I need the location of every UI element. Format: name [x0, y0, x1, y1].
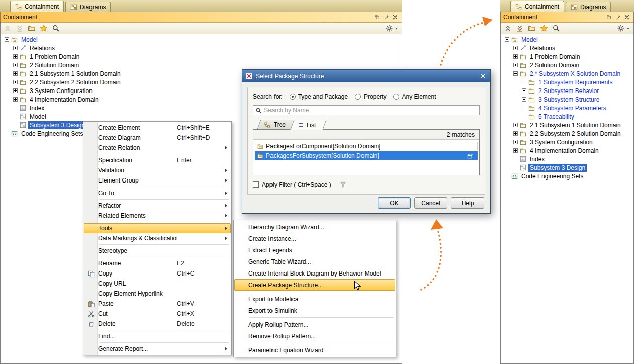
expand-toggle[interactable]	[505, 37, 509, 42]
apply-filter-checkbox[interactable]	[253, 181, 259, 188]
favorites-button[interactable]	[40, 24, 48, 32]
expand-toggle[interactable]	[13, 80, 18, 84]
menu-item-related-elements[interactable]: Related Elements	[84, 211, 231, 221]
menu-item-data-markings-classification[interactable]: Data Markings & Classification	[84, 233, 231, 243]
tree-item-4-implementation-domain[interactable]: 4 Implementation Domain	[501, 146, 633, 155]
menu-item-create-diagram[interactable]: Create DiagramCtrl+Shift+D	[84, 133, 231, 143]
radio-type-and-package[interactable]: Type and Package	[290, 93, 348, 100]
menu-item-hierarchy-diagram-wizard[interactable]: Hierarchy Diagram Wizard...	[234, 221, 395, 233]
radio-any-element[interactable]: Any Element	[393, 93, 436, 100]
result-row-packagesforcomponent[interactable]: PackagesForComponent[Solution Domain]	[255, 142, 478, 150]
menu-item-extract-legends[interactable]: Extract Legends	[234, 244, 395, 256]
tree-item-relations[interactable]: Relations	[1, 44, 402, 52]
expand-toggle[interactable]	[13, 97, 18, 102]
close-button[interactable]	[623, 13, 631, 21]
expand-toggle[interactable]	[522, 97, 526, 102]
menu-item-generate-report[interactable]: Generate Report...	[84, 344, 231, 354]
expand-toggle[interactable]	[522, 88, 526, 93]
dialog-close-button[interactable]	[478, 72, 487, 81]
tree-item-2-subsystem-behavior[interactable]: 2 Subsystem Behavior	[501, 86, 633, 95]
tree-item-relations[interactable]: Relations	[501, 44, 633, 52]
expand-toggle[interactable]	[513, 140, 518, 144]
expand-toggle[interactable]	[513, 71, 518, 76]
expand-toggle[interactable]	[513, 54, 518, 59]
menu-item-find[interactable]: Find...	[84, 331, 231, 341]
menu-item-export-to-simulink[interactable]: Export to Simulink	[234, 305, 395, 316]
search-button[interactable]	[52, 24, 60, 32]
tab-diagrams[interactable]: Diagrams	[65, 2, 111, 12]
expand-toggle[interactable]	[13, 63, 18, 67]
menu-item-delete[interactable]: DeleteDelete	[84, 319, 231, 329]
tree-item-model[interactable]: Model	[1, 35, 402, 44]
collapse-all-button[interactable]	[16, 24, 24, 32]
open-diagram-button[interactable]	[28, 24, 36, 32]
menu-item-paste[interactable]: PasteCtrl+V	[84, 299, 231, 309]
tree-item-2-1-subsystem-1-solution-domain[interactable]: 2.1 Subsystem 1 Solution Domain	[501, 121, 633, 129]
expand-toggle[interactable]	[5, 37, 9, 42]
menu-item-copy-element-hyperlink[interactable]: Copy Element Hyperlink	[84, 289, 231, 299]
tree-item-code-engineering-sets[interactable]: Code Engineering Sets	[501, 172, 633, 180]
tab-containment[interactable]: Containment	[510, 1, 564, 12]
tree-item-index[interactable]: Index	[501, 155, 633, 163]
expand-toggle[interactable]	[522, 80, 526, 84]
open-diagram-button[interactable]	[528, 24, 536, 32]
expand-toggle[interactable]	[522, 106, 526, 110]
collapse-selected-button[interactable]	[504, 24, 512, 32]
expand-toggle[interactable]	[513, 123, 518, 127]
menu-item-create-element[interactable]: Create ElementCtrl+Shift+E	[84, 123, 231, 133]
close-button[interactable]	[391, 13, 399, 21]
panel-options-button[interactable]	[385, 24, 399, 32]
tree-item-3-subsystem-structure[interactable]: 3 Subsystem Structure	[501, 95, 633, 104]
tree-item-2-subsystem-x-solution-domain[interactable]: 2.* Subsystem X Solution Domain	[501, 69, 633, 78]
tab-tree[interactable]: Tree	[257, 120, 296, 129]
ok-button[interactable]: OK	[378, 197, 411, 209]
float-button[interactable]	[373, 13, 381, 21]
tree-item-1-problem-domain[interactable]: 1 Problem Domain	[501, 52, 633, 61]
tree-item-4-subsystem-parameters[interactable]: 4 Subsystem Parameters	[501, 104, 633, 112]
menu-item-parametric-equation-wizard[interactable]: Parametric Equation Wizard	[234, 344, 395, 356]
menu-item-create-package-structure[interactable]: Create Package Structure...	[234, 279, 395, 291]
tree-item-5-traceability[interactable]: 5 Traceability	[501, 112, 633, 121]
search-input[interactable]	[264, 107, 477, 114]
menu-item-go-to[interactable]: Go To	[84, 188, 231, 198]
panel-options-button[interactable]	[617, 24, 630, 32]
menu-item-validation[interactable]: Validation	[84, 165, 231, 175]
menu-item-rename[interactable]: RenameF2	[84, 258, 231, 268]
menu-item-specification[interactable]: SpecificationEnter	[84, 155, 231, 165]
tab-diagrams[interactable]: Diagrams	[566, 2, 611, 12]
tab-list[interactable]: List	[291, 120, 327, 130]
menu-item-generic-table-wizard[interactable]: Generic Table Wizard...	[234, 256, 395, 267]
radio-property[interactable]: Property	[355, 93, 386, 100]
menu-item-create-internal-block-diagram-by-behavior-model[interactable]: Create Internal Block Diagram by Behavio…	[234, 267, 395, 279]
collapse-all-button[interactable]	[516, 24, 524, 32]
tree-item-1-problem-domain[interactable]: 1 Problem Domain	[1, 52, 402, 61]
expand-toggle[interactable]	[13, 88, 18, 93]
tab-containment[interactable]: Containment	[10, 1, 64, 12]
tree-item-3-system-configuration[interactable]: 3 System Configuration	[501, 138, 633, 146]
menu-item-remove-rollup-pattern[interactable]: Remove Rollup Pattern...	[234, 330, 395, 342]
pin-button[interactable]	[614, 13, 622, 21]
favorites-button[interactable]	[540, 24, 548, 32]
search-button[interactable]	[552, 24, 560, 32]
expand-toggle[interactable]	[13, 46, 18, 50]
collapse-selected-button[interactable]	[4, 24, 12, 32]
menu-item-stereotype[interactable]: Stereotype	[84, 246, 231, 256]
result-row-packagesforsubsystem[interactable]: PackagesForSubsystem[Solution Domain]	[255, 151, 478, 160]
menu-item-apply-rollup-pattern[interactable]: Apply Rollup Pattern...	[234, 319, 395, 330]
expand-toggle[interactable]	[13, 71, 18, 76]
tree-item-2-solution-domain[interactable]: 2 Solution Domain	[1, 61, 402, 69]
menu-item-element-group[interactable]: Element Group	[84, 175, 231, 186]
menu-item-export-to-modelica[interactable]: Export to Modelica	[234, 293, 395, 305]
help-button[interactable]: Help	[451, 197, 484, 209]
menu-item-create-instance[interactable]: Create Instance...	[234, 233, 395, 244]
menu-item-cut[interactable]: CutCtrl+X	[84, 309, 231, 319]
cancel-button[interactable]: Cancel	[414, 197, 447, 209]
expand-toggle[interactable]	[513, 131, 518, 136]
menu-item-refactor[interactable]: Refactor	[84, 201, 231, 211]
tree-item-subsystem-3-design[interactable]: Subsystem 3 Design	[501, 163, 633, 172]
tree-item-2-solution-domain[interactable]: 2 Solution Domain	[501, 61, 633, 69]
expand-toggle[interactable]	[513, 46, 518, 50]
expand-toggle[interactable]	[513, 63, 518, 67]
pin-button[interactable]	[382, 13, 390, 21]
tree-item-model[interactable]: Model	[501, 35, 633, 44]
